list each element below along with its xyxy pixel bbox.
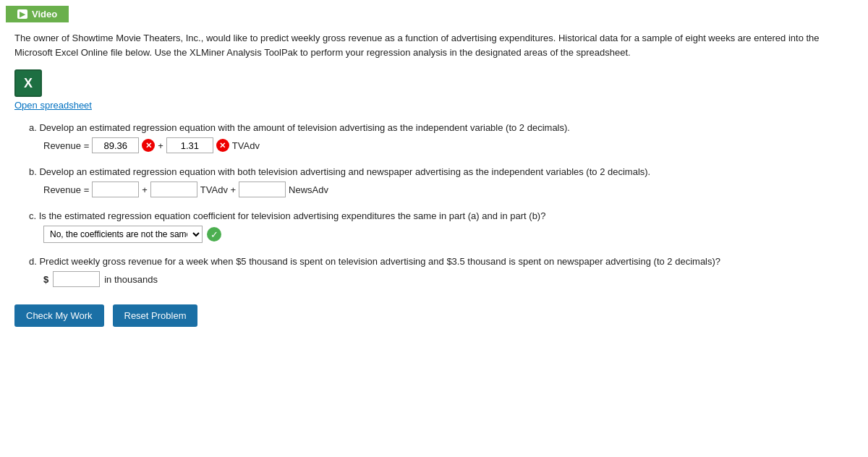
buttons-row: Check My Work Reset Problem: [14, 304, 854, 327]
video-label: Video: [32, 9, 57, 20]
question-a-label: a. Develop an estimated regression equat…: [14, 122, 854, 133]
tvadv-label-a: TVAdv: [232, 140, 260, 151]
question-b: b. Develop an estimated regression equat…: [14, 166, 854, 197]
revenue-label-b: Revenue =: [43, 184, 89, 195]
description-text: The owner of Showtime Movie Theaters, In…: [14, 31, 846, 59]
error-icon-a2[interactable]: ✕: [216, 139, 229, 152]
check-icon-c: ✓: [207, 227, 221, 242]
dollar-sign: $: [43, 274, 48, 285]
tvadv-label-b: TVAdv +: [200, 184, 236, 195]
revenue-input-b1[interactable]: [92, 181, 139, 197]
in-thousands-label: in thousands: [104, 274, 158, 285]
question-c-label: c. Is the estimated regression equation …: [14, 210, 854, 221]
question-a: a. Develop an estimated regression equat…: [14, 122, 854, 153]
open-spreadsheet-link[interactable]: Open spreadsheet: [14, 100, 854, 111]
revenue-input-b2[interactable]: [150, 181, 197, 197]
check-my-work-button[interactable]: Check My Work: [14, 304, 104, 327]
revenue-label-a: Revenue =: [43, 140, 89, 151]
revenue-input-d[interactable]: [53, 271, 100, 287]
error-icon-a1[interactable]: ✕: [142, 139, 155, 152]
video-icon: ▶: [17, 9, 27, 19]
main-content: The owner of Showtime Movie Theaters, In…: [0, 31, 868, 341]
question-b-label: b. Develop an estimated regression equat…: [14, 166, 854, 177]
revenue-input-a1[interactable]: [92, 137, 139, 153]
excel-icon: X: [14, 69, 42, 97]
plus-label-a: +: [158, 140, 163, 151]
excel-section: X Open spreadsheet: [14, 69, 854, 111]
reset-problem-button[interactable]: Reset Problem: [113, 304, 198, 327]
revenue-input-a2[interactable]: [166, 137, 213, 153]
coefficients-dropdown[interactable]: No, the coefficients are not the same Ye…: [43, 226, 203, 243]
plus-label-b1: +: [142, 184, 148, 195]
question-d: d. Predict weekly gross revenue for a we…: [14, 256, 854, 287]
newsadv-label-b: NewsAdv: [289, 184, 328, 195]
question-d-label: d. Predict weekly gross revenue for a we…: [14, 256, 854, 267]
video-bar: ▶ Video: [6, 6, 69, 22]
revenue-input-b3[interactable]: [239, 181, 286, 197]
question-c: c. Is the estimated regression equation …: [14, 210, 854, 243]
